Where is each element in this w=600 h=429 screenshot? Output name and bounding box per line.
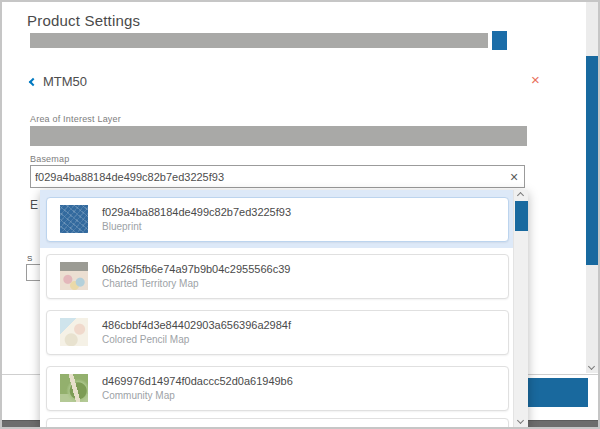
- basemap-option-id: 486cbbf4d3e84402903a656396a2984f: [102, 319, 291, 331]
- chevron-down-icon[interactable]: [588, 363, 595, 370]
- back-link-label: MTM50: [43, 74, 87, 89]
- basemap-option-name: Colored Pencil Map: [102, 334, 291, 345]
- basemap-option-card[interactable]: d469976d14974f0daccc52d0a61949b6 Communi…: [46, 366, 509, 411]
- basemap-input[interactable]: [31, 171, 504, 183]
- page-scrollbar-thumb[interactable]: [586, 56, 598, 265]
- back-link[interactable]: MTM50: [30, 74, 87, 89]
- basemap-option[interactable]: f029a4ba88184de499c82b7ed3225f93 Bluepri…: [40, 190, 528, 248]
- occluded-field-label-fragment: S: [27, 254, 32, 263]
- area-of-interest-field[interactable]: [30, 126, 527, 146]
- basemap-option-card[interactable]: f029a4ba88184de499c82b7ed3225f93 Bluepri…: [46, 197, 509, 242]
- colored-pencil-map-thumbnail: [60, 318, 88, 346]
- basemap-option-id: f029a4ba88184de499c82b7ed3225f93: [102, 206, 291, 218]
- basemap-option-name: Blueprint: [102, 221, 291, 232]
- charted-territory-map-thumbnail: [60, 262, 88, 290]
- basemap-dropdown-panel: f029a4ba88184de499c82b7ed3225f93 Bluepri…: [40, 190, 528, 429]
- header-placeholder-bar: [30, 33, 488, 48]
- basemap-label: Basemap: [30, 154, 69, 164]
- header-accent-square: [492, 31, 507, 50]
- chevron-down-icon[interactable]: [517, 417, 524, 424]
- primary-action-button[interactable]: [524, 378, 588, 407]
- basemap-dropdown-list: f029a4ba88184de499c82b7ed3225f93 Bluepri…: [40, 190, 528, 416]
- page-scrollbar[interactable]: [586, 2, 598, 373]
- product-settings-dialog: Product Settings MTM50 × Area of Interes…: [0, 0, 600, 429]
- occluded-field-label-fragment: E: [30, 198, 38, 212]
- basemap-option-name: Charted Territory Map: [102, 278, 290, 289]
- close-icon[interactable]: ×: [531, 72, 540, 87]
- chevron-left-icon: [29, 77, 37, 85]
- basemap-option[interactable]: 486cbbf4d3e84402903a656396a2984f Colored…: [40, 304, 528, 360]
- basemap-option-card[interactable]: 06b26f5fb6e74a97b9b04c2955566c39 Charted…: [46, 254, 509, 299]
- basemap-option-card[interactable]: [46, 418, 509, 429]
- blueprint-map-thumbnail: [60, 205, 88, 233]
- dropdown-scrollbar-thumb[interactable]: [515, 201, 528, 231]
- chevron-up-icon[interactable]: [517, 192, 524, 199]
- basemap-combobox: ×: [30, 165, 525, 188]
- basemap-option-partial[interactable]: [40, 416, 528, 429]
- basemap-option-id: 06b26f5fb6e74a97b9b04c2955566c39: [102, 263, 290, 275]
- basemap-option-name: Community Map: [102, 390, 293, 401]
- basemap-option-card[interactable]: 486cbbf4d3e84402903a656396a2984f Colored…: [46, 310, 509, 355]
- basemap-option-id: d469976d14974f0daccc52d0a61949b6: [102, 375, 293, 387]
- clear-icon[interactable]: ×: [504, 170, 524, 184]
- basemap-option[interactable]: d469976d14974f0daccc52d0a61949b6 Communi…: [40, 360, 528, 416]
- dropdown-scrollbar[interactable]: [513, 190, 528, 429]
- community-map-thumbnail: [60, 374, 88, 402]
- basemap-option[interactable]: 06b26f5fb6e74a97b9b04c2955566c39 Charted…: [40, 248, 528, 304]
- page-title: Product Settings: [27, 12, 140, 29]
- area-of-interest-label: Area of Interest Layer: [30, 114, 121, 124]
